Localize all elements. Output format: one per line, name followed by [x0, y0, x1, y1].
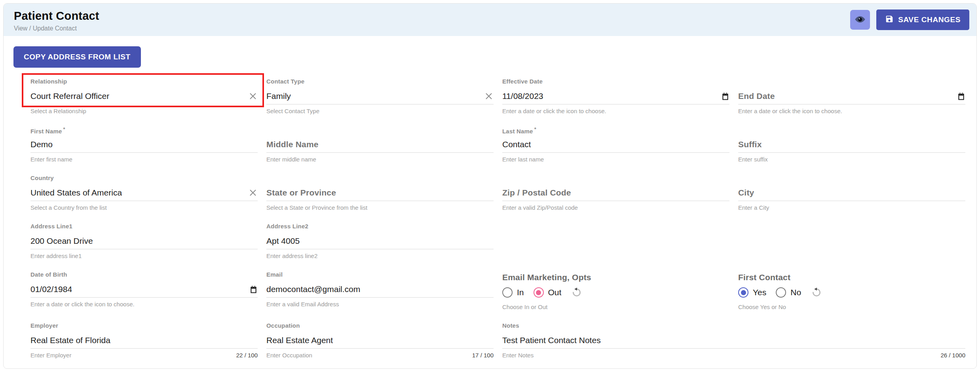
field-value: 11/08/2023 — [502, 91, 543, 101]
radio-label: Out — [548, 288, 562, 297]
field-helper: Enter a date or click the icon to choose… — [502, 108, 606, 114]
field-value: United States of America — [30, 188, 122, 197]
preview-button[interactable] — [850, 10, 870, 30]
radio-no[interactable] — [776, 287, 786, 298]
radio-yes[interactable] — [738, 287, 748, 298]
copy-address-from-list-button[interactable]: COPY ADDRESS FROM LIST — [13, 46, 141, 68]
field-label: Effective Date — [502, 78, 729, 88]
header-titles: Patient Contact View / Update Contact — [14, 8, 99, 32]
field-helper: Enter middle name — [266, 156, 316, 163]
field-date-of-birth: Date of Birth 01/02/1984 Enter a date or… — [30, 271, 258, 310]
calendar-icon[interactable] — [249, 285, 258, 294]
address-line2-input[interactable]: Apt 4005 — [266, 233, 494, 249]
char-counter: 26 / 1000 — [940, 352, 965, 359]
notes-input[interactable]: Test Patient Contact Notes — [502, 332, 965, 348]
field-helper: Select Contact Type — [266, 108, 319, 114]
zip-input[interactable]: Zip / Postal Code — [502, 185, 729, 201]
effective-date-input[interactable]: 11/08/2023 — [502, 88, 729, 104]
x-clear-icon[interactable] — [248, 91, 258, 101]
field-helper: Enter a date or click the icon to choose… — [30, 301, 135, 307]
field-label: State or Province — [266, 188, 336, 197]
field-occupation: Occupation Real Estate Agent Enter Occup… — [266, 322, 494, 359]
field-label: Address Line2 — [266, 223, 494, 233]
field-helper: Choose In or Out — [502, 304, 547, 310]
required-marker: * — [534, 126, 536, 132]
header-actions: SAVE CHANGES — [850, 9, 969, 30]
field-label: Notes — [502, 322, 965, 332]
x-clear-icon[interactable] — [248, 188, 258, 197]
field-helper: Enter address line1 — [30, 252, 82, 259]
country-input[interactable]: United States of America — [30, 185, 258, 201]
calendar-icon[interactable] — [721, 92, 729, 101]
email-input[interactable]: democontact@gmail.com — [266, 281, 494, 297]
eye-icon — [854, 13, 866, 27]
field-label: First Contact — [738, 271, 965, 285]
field-city: City Enter a City — [738, 175, 965, 211]
field-label: Suffix — [738, 140, 762, 149]
save-changes-button[interactable]: SAVE CHANGES — [876, 9, 969, 30]
field-helper: Enter suffix — [738, 156, 768, 163]
field-notes: Notes Test Patient Contact Notes Enter N… — [502, 322, 965, 359]
undo-icon[interactable] — [811, 287, 822, 298]
page-header: Patient Contact View / Update Contact SA… — [4, 4, 976, 36]
undo-icon[interactable] — [572, 287, 582, 298]
state-input[interactable]: State or Province — [266, 185, 494, 201]
page-subtitle: View / Update Contact — [14, 25, 99, 32]
contact-type-input[interactable]: Family — [266, 88, 494, 104]
contact-form: Relationship Court Referral Officer Sele… — [4, 78, 976, 368]
char-counter: 22 / 100 — [236, 352, 258, 359]
patient-contact-card: Patient Contact View / Update Contact SA… — [3, 3, 977, 369]
field-label: City — [738, 188, 754, 197]
page-title: Patient Contact — [14, 9, 99, 23]
field-helper: Enter a valid Email Address — [266, 301, 339, 307]
field-first-name: First Name* Demo Enter first name — [30, 126, 258, 163]
field-helper: Enter a valid Zip/Postal code — [502, 204, 578, 211]
suffix-input[interactable]: Suffix — [738, 137, 965, 152]
calendar-icon[interactable] — [957, 92, 965, 101]
save-button-label: SAVE CHANGES — [898, 15, 961, 24]
field-label: Zip / Postal Code — [502, 188, 571, 197]
field-email: Email democontact@gmail.com Enter a vali… — [266, 271, 494, 310]
email-marketing-radio-group: In Out — [502, 285, 729, 300]
field-label: End Date — [738, 91, 775, 101]
field-label: Date of Birth — [30, 271, 258, 281]
field-last-name: Last Name* Contact Enter last name — [502, 126, 729, 163]
radio-label: No — [790, 288, 801, 297]
first-name-input[interactable]: Demo — [30, 137, 258, 152]
x-clear-icon[interactable] — [484, 91, 494, 101]
field-label: Country — [30, 175, 258, 185]
date-of-birth-input[interactable]: 01/02/1984 — [30, 281, 258, 297]
field-helper: Enter address line2 — [266, 252, 317, 259]
field-value: Test Patient Contact Notes — [502, 336, 601, 345]
field-relationship: Relationship Court Referral Officer Sele… — [30, 78, 258, 114]
field-value: democontact@gmail.com — [266, 285, 360, 294]
field-email-marketing-opts: Email Marketing, Opts In Out Choose In o… — [502, 271, 729, 310]
field-value: 200 Ocean Drive — [30, 236, 93, 246]
field-value: Demo — [30, 140, 53, 149]
last-name-input[interactable]: Contact — [502, 137, 729, 152]
field-helper: Enter first name — [30, 156, 72, 163]
field-helper: Enter Occupation — [266, 352, 312, 359]
field-address-line2: Address Line2 Apt 4005 Enter address lin… — [266, 223, 494, 259]
middle-name-input[interactable]: Middle Name — [266, 137, 494, 152]
field-label: Email Marketing, Opts — [502, 271, 729, 285]
field-label: Employer — [30, 322, 258, 332]
city-input[interactable]: City — [738, 185, 965, 201]
field-middle-name: Middle Name Enter middle name — [266, 126, 494, 163]
field-effective-date: Effective Date 11/08/2023 Enter a date o… — [502, 78, 729, 114]
required-marker: * — [63, 126, 65, 132]
field-value: Apt 4005 — [266, 236, 300, 246]
address-line1-input[interactable]: 200 Ocean Drive — [30, 233, 258, 249]
occupation-input[interactable]: Real Estate Agent — [266, 332, 494, 348]
relationship-input[interactable]: Court Referral Officer — [30, 88, 258, 104]
field-helper: Enter a date or click the icon to choose… — [738, 108, 842, 114]
field-state: State or Province Select a State or Prov… — [266, 175, 494, 211]
field-value: 01/02/1984 — [30, 285, 72, 294]
radio-out[interactable] — [534, 287, 544, 298]
field-helper: Enter Employer — [30, 352, 71, 359]
employer-input[interactable]: Real Estate of Florida — [30, 332, 258, 348]
radio-label: In — [517, 288, 524, 297]
radio-in[interactable] — [502, 287, 513, 298]
field-helper: Enter a City — [738, 204, 769, 211]
end-date-input[interactable]: End Date — [738, 88, 965, 104]
